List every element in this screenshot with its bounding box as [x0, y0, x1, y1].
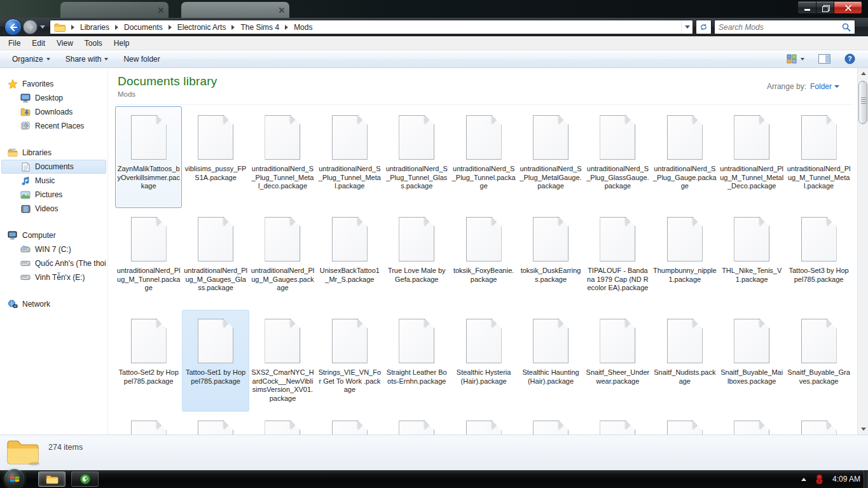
- file-item[interactable]: [383, 412, 450, 435]
- breadcrumb-segment[interactable]: Mods: [293, 21, 313, 34]
- sidebar-item-win-7-c-[interactable]: WIN 7 (C:): [1, 242, 106, 256]
- search-icon[interactable]: [838, 23, 855, 32]
- file-item[interactable]: untraditionalNerd_Plug_M_Gauges_Glass.pa…: [182, 208, 249, 310]
- sidebar-item-downloads[interactable]: Downloads: [1, 105, 106, 119]
- file-item[interactable]: Tattoo-Set1 by Hoppel785.package: [182, 310, 249, 412]
- file-item[interactable]: [719, 412, 785, 435]
- file-item[interactable]: Strings_VIE_VN_For Get To Work .package: [316, 310, 383, 412]
- file-item[interactable]: Snaitf_Buyable_Graves.package: [785, 310, 852, 412]
- file-item[interactable]: UnisexBackTattoo1_Mr_S.package: [316, 208, 383, 310]
- tray-red-app-icon[interactable]: [815, 474, 824, 485]
- sidebar-item-documents[interactable]: Documents: [1, 160, 106, 174]
- sidebar-section-favorites: FavoritesDesktopDownloadsRecent Places: [0, 77, 107, 133]
- file-item[interactable]: [182, 412, 249, 435]
- file-item[interactable]: toksik_DuskEarrings.package: [517, 208, 584, 310]
- file-item[interactable]: [584, 412, 651, 435]
- menu-edit[interactable]: Edit: [26, 37, 51, 50]
- taskbar-explorer-button[interactable]: [38, 471, 65, 487]
- refresh-button[interactable]: [696, 20, 712, 34]
- file-item[interactable]: [517, 412, 584, 435]
- file-item[interactable]: Tattoo-Set3 by Hoppel785.package: [785, 208, 852, 310]
- search-input[interactable]: [715, 23, 838, 32]
- file-item[interactable]: Snaitf_Sheer_Underwear.package: [584, 310, 651, 412]
- new-folder-button[interactable]: New folder: [117, 52, 166, 67]
- recent-pages-dropdown[interactable]: [40, 25, 45, 29]
- sidebar-item-favorites[interactable]: Favorites: [0, 77, 107, 91]
- menu-file[interactable]: File: [3, 37, 26, 50]
- sidebar-item-recent-places[interactable]: Recent Places: [1, 119, 106, 133]
- file-item[interactable]: ZaynMalikTattoos_byOverkillsimmer.packag…: [115, 106, 182, 208]
- file-item[interactable]: [450, 412, 517, 435]
- file-item[interactable]: [316, 412, 383, 435]
- start-button[interactable]: [4, 469, 24, 488]
- file-item[interactable]: untraditionalNerd_S_Plug_Tunnel_Glass.pa…: [383, 106, 450, 208]
- sidebar-item-music[interactable]: Music: [1, 174, 106, 188]
- file-item[interactable]: Stealthic Hysteria (Hair).package: [450, 310, 517, 412]
- sidebar-item-pictures[interactable]: Pictures: [1, 188, 106, 202]
- file-item[interactable]: Stealthic Haunting (Hair).package: [517, 310, 584, 412]
- preview-pane-button[interactable]: [815, 52, 834, 66]
- breadcrumb-segment[interactable]: The Sims 4: [239, 21, 280, 34]
- menu-tools[interactable]: Tools: [79, 37, 108, 50]
- menu-view[interactable]: View: [51, 37, 79, 50]
- file-item[interactable]: SXS2_CmarNYC_HardCock__NewViblisimsVersi…: [249, 310, 316, 412]
- forward-button[interactable]: [23, 20, 38, 34]
- file-item[interactable]: Straight Leather Boots-Ernhn.package: [383, 310, 450, 412]
- organize-button[interactable]: Organize: [6, 52, 57, 67]
- sidebar-item-desktop[interactable]: Desktop: [1, 91, 106, 105]
- file-item[interactable]: Snaitf_Nudists.package: [651, 310, 718, 412]
- sidebar-item-network[interactable]: Network: [0, 297, 107, 311]
- file-item[interactable]: untraditionalNerd_Plug_M_Tunnel_Metal.pa…: [785, 106, 852, 208]
- file-item[interactable]: THL_Nike_Tenis_V1.package: [719, 208, 785, 310]
- file-item[interactable]: untraditionalNerd_Plug_M_Tunnel.package: [115, 208, 182, 310]
- minimize-button[interactable]: [797, 1, 816, 14]
- file-item[interactable]: untraditionalNerd_Plug_M_Tunnel_Metal_De…: [719, 106, 785, 208]
- file-item[interactable]: untraditionalNerd_S_Plug_Tunnel.package: [450, 106, 517, 208]
- file-item[interactable]: toksik_FoxyBeanie.package: [450, 208, 517, 310]
- show-desktop-button[interactable]: [864, 470, 868, 488]
- file-item[interactable]: True Love Male by Gefa.package: [383, 208, 450, 310]
- sidebar-item-libraries[interactable]: Libraries: [0, 146, 107, 160]
- file-item[interactable]: untraditionalNerd_S_Plug_Tunnel_Metal_de…: [249, 106, 316, 208]
- file-item[interactable]: viblisims_pussy_FPS1A.package: [182, 106, 249, 208]
- taskbar-clock[interactable]: 4:09 AM: [832, 475, 863, 484]
- help-button[interactable]: ?: [841, 51, 859, 67]
- file-item[interactable]: untraditionalNerd_S_Plug_Gauge.package: [651, 106, 718, 208]
- close-button[interactable]: [834, 1, 862, 14]
- file-item[interactable]: untraditionalNerd_S_Plug_Tunnel_Metal.pa…: [316, 106, 383, 208]
- file-item[interactable]: [249, 412, 316, 435]
- file-item[interactable]: [651, 412, 718, 435]
- sidebar-item-vinh-t-n-x-e-[interactable]: Vinh Tễn'x (E:): [1, 270, 106, 284]
- scroll-up-button[interactable]: [858, 68, 868, 79]
- scrollbar-thumb[interactable]: [858, 81, 867, 124]
- file-item[interactable]: TIPALOUF - Bandana 1979 Cap (ND Recolor …: [584, 208, 651, 310]
- file-item[interactable]: [785, 412, 852, 435]
- file-item[interactable]: Snaitf_Buyable_Mailboxes.package: [719, 310, 785, 412]
- share-with-button[interactable]: Share with: [59, 52, 115, 67]
- menu-help[interactable]: Help: [108, 37, 135, 50]
- breadcrumb-segment[interactable]: Electronic Arts: [176, 21, 228, 34]
- vertical-scrollbar[interactable]: [857, 68, 868, 435]
- address-history-dropdown[interactable]: [681, 20, 692, 34]
- breadcrumb-segment[interactable]: Libraries: [79, 21, 111, 34]
- change-view-button[interactable]: [783, 52, 808, 66]
- sidebar-item-qu-c-anh-s-the-thoi[interactable]: Quốc Anh's (The thoi: [1, 256, 106, 270]
- file-item[interactable]: Tattoo-Set2 by Hoppel785.package: [115, 310, 182, 412]
- back-button[interactable]: [4, 18, 22, 36]
- breadcrumb-segment[interactable]: Documents: [123, 21, 164, 34]
- page-fold-icon: [157, 319, 167, 328]
- restore-button[interactable]: [816, 1, 834, 14]
- file-item[interactable]: untraditionalNerd_S_Plug_GlassGauge.pack…: [584, 106, 651, 208]
- sidebar-item-computer[interactable]: Computer: [0, 228, 107, 242]
- scroll-down-button[interactable]: [858, 424, 868, 435]
- taskbar-app-button[interactable]: [71, 471, 99, 487]
- address-bar[interactable]: LibrariesDocumentsElectronic ArtsThe Sim…: [50, 20, 693, 34]
- show-hidden-icons-button[interactable]: [801, 478, 806, 481]
- file-item[interactable]: [115, 412, 182, 435]
- file-item[interactable]: Thumpbunny_nipple1.package: [651, 208, 718, 310]
- file-list-pane: Documents library Mods Arrange by: Folde…: [109, 68, 857, 435]
- arrange-by-dropdown[interactable]: Folder: [810, 82, 839, 91]
- file-item[interactable]: untraditionalNerd_S_Plug_MetalGauge.pack…: [517, 106, 584, 208]
- sidebar-item-videos[interactable]: Videos: [1, 202, 106, 216]
- file-item[interactable]: untraditionalNerd_Plug_M_Gauges.package: [249, 208, 316, 310]
